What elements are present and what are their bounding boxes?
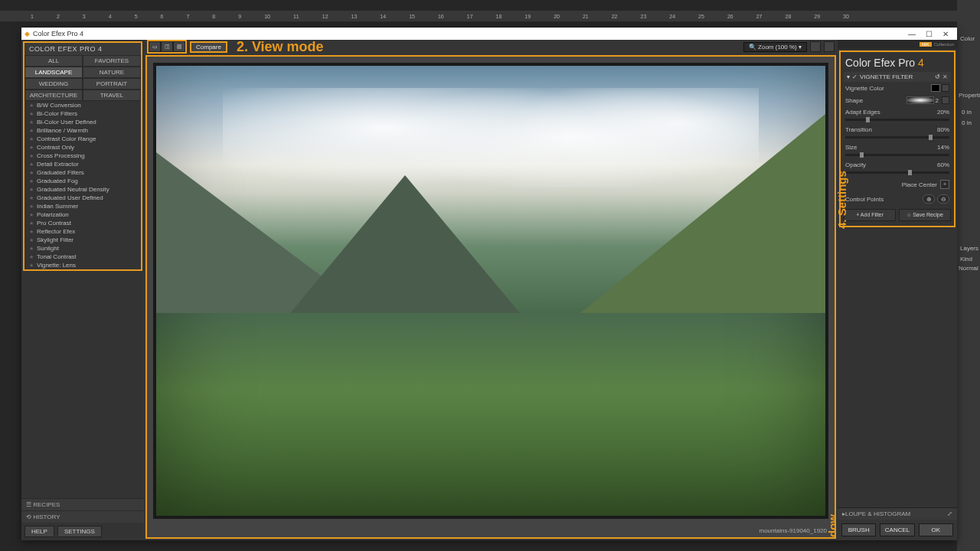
star-icon[interactable]: ★ [29,187,34,193]
star-icon[interactable]: ★ [29,170,34,176]
preset-item[interactable]: ★Graduated User Defined [24,194,141,202]
shape-preview[interactable] [906,96,934,104]
star-icon[interactable]: ★ [29,204,34,210]
star-icon[interactable]: ★ [29,262,34,269]
add-control-point-plus[interactable]: ⊕ [923,194,935,204]
value-adapt-edges: 20% [937,109,949,116]
close-filter-icon[interactable]: ✕ [942,73,948,80]
category-architecture[interactable]: ARCHITECTURE [24,90,83,101]
star-icon[interactable]: ★ [29,128,34,134]
view-side-icon[interactable]: ▥ [173,41,185,52]
filter-header[interactable]: ▾ ✓ VIGNETTE FILTER ↺ ✕ [844,72,951,82]
preset-item[interactable]: ★Bi-Color Filters [24,109,141,118]
star-icon[interactable]: ★ [29,212,34,218]
category-portrait[interactable]: PORTRAIT [83,78,141,90]
workflow-window[interactable]: mountains-919040_1920 3. Workflow window [145,55,836,539]
save-recipe-button[interactable]: ☆ Save Recipe [899,209,951,221]
minimize-button[interactable]: — [903,30,920,38]
cancel-button[interactable]: CANCEL [880,523,914,536]
preset-item[interactable]: ★Tonal Contrast [24,253,141,261]
plugin-window: ◆ Color Efex Pro 4 — ☐ ✕ COLOR EFEX PRO … [21,28,957,540]
star-icon[interactable]: ★ [29,153,34,159]
history-section[interactable]: ⟲ HISTORY [21,510,144,523]
app-name: Color Efex Pro 4 [844,54,951,72]
preset-item[interactable]: ★Graduated Neutral Density [24,185,141,194]
preset-item[interactable]: ★Sunlight [24,244,141,253]
chevron-down-icon[interactable]: ▾ [847,73,850,80]
star-icon[interactable]: ★ [29,145,34,151]
star-icon[interactable]: ★ [29,229,34,235]
slider-adapt-edges[interactable] [845,119,949,121]
preset-item[interactable]: ★Skylight Filter [24,236,141,244]
preset-item[interactable]: ★Vignette: Lens [24,261,141,269]
view-single-icon[interactable]: ▭ [149,41,161,52]
host-layers-label: Layers [960,245,978,252]
brush-button[interactable]: BRUSH [841,523,876,536]
preset-item[interactable]: ★Cross Processing [24,152,141,160]
compare-button[interactable]: Compare [190,41,227,53]
preset-item[interactable]: ★Contrast Color Range [24,135,141,143]
preset-item[interactable]: ★Bi-Color User Defined [24,118,141,126]
star-icon[interactable]: ★ [29,220,34,227]
star-icon[interactable]: ★ [29,246,34,252]
star-icon[interactable]: ★ [29,178,34,184]
close-button[interactable]: ✕ [937,30,954,38]
loupe-histogram-section[interactable]: ▸ LOUPE & HISTOGRAM⤢ [838,507,957,520]
star-icon[interactable]: ★ [29,103,34,109]
expand-icon[interactable]: ⤢ [947,510,952,517]
star-icon[interactable]: ★ [29,161,34,168]
star-icon[interactable]: ★ [29,119,34,126]
preset-item[interactable]: ★Detail Extractor [24,160,141,168]
bg-toggle-icon[interactable] [810,41,821,52]
category-travel[interactable]: TRAVEL [83,90,141,101]
star-icon[interactable]: ★ [29,195,34,201]
star-icon[interactable]: ★ [29,237,34,243]
help-button[interactable]: HELP [24,526,54,537]
preset-item[interactable]: ★Brilliance / Warmth [24,126,141,135]
preset-item[interactable]: ★B/W Conversion [24,101,141,109]
preset-item[interactable]: ★Graduated Filters [24,168,141,177]
add-control-point-minus[interactable]: ⊖ [937,194,949,204]
color-picker-icon[interactable] [942,84,949,92]
check-icon[interactable]: ✓ [852,73,858,80]
maximize-button[interactable]: ☐ [920,30,937,38]
panel-title: COLOR EFEX PRO 4 [24,43,141,55]
star-icon[interactable]: ★ [29,111,34,117]
zoom-indicator[interactable]: 🔍 Zoom (100 %) ▾ [743,42,807,52]
preset-item[interactable]: ★Pro Contrast [24,219,141,227]
recipes-section[interactable]: ☰ RECIPES [21,498,144,510]
view-split-icon[interactable]: ◫ [161,41,173,52]
panel-toggle-icon[interactable] [824,41,835,52]
value-size: 14% [937,144,949,151]
label-transition: Transition [845,126,872,133]
param-shape: Shape 2 [844,94,951,106]
slider-transition[interactable] [845,136,949,139]
ok-button[interactable]: OK [919,523,953,536]
place-center-button[interactable] [940,180,949,189]
category-wedding[interactable]: WEDDING [24,78,83,90]
reset-icon[interactable]: ↺ [935,73,940,80]
settings-button[interactable]: SETTINGS [57,526,102,537]
star-icon[interactable]: ★ [29,254,34,260]
preset-item[interactable]: ★Indian Summer [24,202,141,210]
category-favorites[interactable]: FAVORITES [83,55,141,67]
category-all[interactable]: ALL [24,55,83,67]
add-filter-button[interactable]: + Add Filter [844,209,896,221]
app-icon: ◆ [24,30,30,37]
preset-library-box: COLOR EFEX PRO 4 ALLFAVORITESLANDSCAPENA… [23,41,142,271]
preset-item[interactable]: ★Graduated Fog [24,177,141,185]
host-panels-right: Color Properties 0 in 0 in Layers Kind N… [957,0,980,551]
preset-item[interactable]: ★Reflector Efex [24,227,141,236]
titlebar[interactable]: ◆ Color Efex Pro 4 — ☐ ✕ [21,28,957,40]
slider-size[interactable] [845,154,949,156]
star-icon[interactable]: ★ [29,136,34,142]
slider-opacity[interactable] [845,171,949,174]
preset-item[interactable]: ★Polarization [24,210,141,219]
color-swatch[interactable] [931,84,940,92]
category-nature[interactable]: NATURE [83,67,141,78]
settings-box: Color Efex Pro 4 ▾ ✓ VIGNETTE FILTER ↺ ✕… [839,51,956,227]
preset-item[interactable]: ★Contrast Only [24,143,141,152]
shape-menu-icon[interactable] [942,96,949,104]
category-landscape[interactable]: LANDSCAPE [24,67,83,78]
preview-image[interactable] [153,63,828,519]
